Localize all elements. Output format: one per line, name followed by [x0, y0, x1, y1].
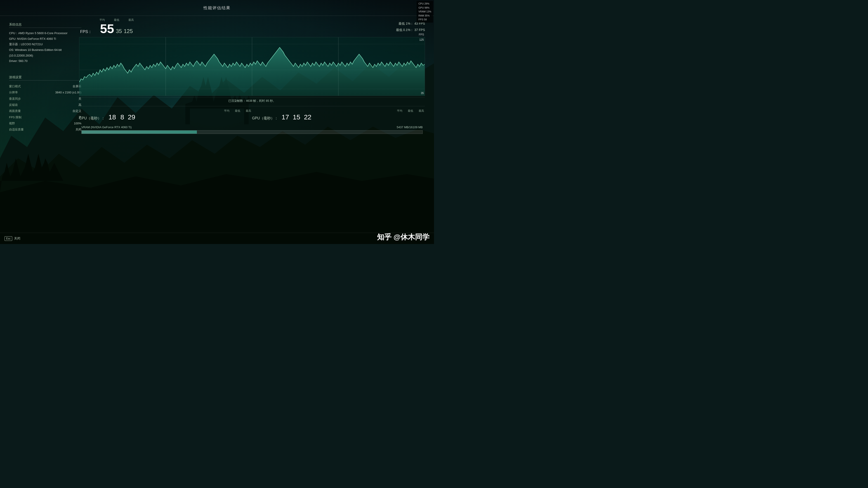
settings-label: 画面质量	[9, 108, 21, 114]
driver-info: Driver: 560.70	[9, 58, 81, 64]
settings-label: 垂直同步	[9, 96, 21, 102]
gpu-ms-label: GPU（毫秒）：	[252, 116, 278, 121]
hud-overlay: CPU 29% GPU 98% VRAM 13% RAM 35% FPS 58	[416, 1, 433, 23]
game-settings-title: 游戏设置	[9, 75, 81, 81]
vram-value: 5437 MB/16109 MB	[397, 125, 423, 129]
settings-row: 自适应质量 关闭	[9, 126, 81, 132]
hud-ram: RAM 35%	[418, 14, 430, 18]
settings-label: 视野	[9, 120, 15, 126]
os-info: OS: Windows 10 Business Edition 64-bit (…	[9, 47, 81, 58]
gpu-ms-max: 22	[304, 113, 311, 121]
fps-scale-bottom: 35	[421, 92, 424, 95]
settings-row: 垂直同步 关	[9, 96, 81, 102]
fps-max-col-header: 最高	[128, 18, 134, 22]
vram-bar-bg	[81, 130, 423, 134]
settings-row: 反锯齿 高	[9, 102, 81, 108]
settings-row: 分辨率 3840 x 2160 (x1.00)	[9, 89, 81, 95]
settings-label: 分辨率	[9, 89, 18, 95]
gpu-info: GPU: NVIDIA GeForce RTX 4060 Ti	[9, 36, 81, 42]
top-bar: 性能评估结果	[0, 0, 434, 16]
left-panel: 系统信息 CPU：AMD Ryzen 5 5600 6-Core Process…	[9, 16, 81, 133]
fps-p1-label: 最低 1%：	[399, 22, 413, 25]
right-panel: 平均 最低 最高 FPS： 55 35 125 最低 1%： 43 FPS	[79, 16, 430, 134]
system-info-section: 系统信息 CPU：AMD Ryzen 5 5600 6-Core Process…	[9, 23, 81, 64]
vram-bar-fill	[82, 130, 197, 134]
gpu-ms-avg: 17	[282, 113, 289, 121]
close-label: 关闭	[14, 237, 20, 241]
gpu-max-header: 最高	[418, 109, 424, 113]
gpu-avg-header: 平均	[397, 109, 402, 113]
hud-fps: FPS 58	[418, 18, 427, 22]
rendered-info: 已渲染帧数：4638 帧，耗时 85 秒。	[79, 97, 425, 104]
fps-max-value: 125	[124, 28, 133, 34]
settings-row: 窗口模式 全屏幕	[9, 83, 81, 89]
hud-vram: VRAM 13%	[418, 10, 431, 14]
settings-label: 反锯齿	[9, 102, 18, 108]
cpu-ms-label: CPU（毫秒）：	[79, 116, 105, 121]
fps-min-col-header: 最低	[114, 18, 119, 22]
fps-p01-value: 37 FPS	[414, 28, 425, 32]
page-title: 性能评估结果	[204, 5, 230, 11]
settings-label: 自适应质量	[9, 126, 24, 132]
fps-scale-top: 125	[419, 38, 424, 41]
fps-min-value: 35	[116, 28, 122, 34]
settings-row: 画面质量 自定义	[9, 108, 81, 114]
gpu-ms-min: 15	[293, 113, 300, 121]
fps-scale-label: FPS	[419, 33, 424, 36]
hud-cpu: CPU 29%	[418, 2, 429, 6]
settings-table: 窗口模式 全屏幕 分辨率 3840 x 2160 (x1.00) 垂直同步 关 …	[9, 83, 81, 132]
fps-avg-value: 55	[100, 22, 114, 35]
settings-row: FPS 限制 关	[9, 114, 81, 120]
close-button[interactable]: Esc 关闭	[4, 236, 20, 241]
cpu-avg-header: 平均	[224, 109, 229, 113]
esc-key: Esc	[4, 236, 12, 241]
settings-row: 视野 100%	[9, 120, 81, 126]
settings-label: FPS 限制	[9, 114, 22, 120]
cpu-ms-min: 8	[120, 113, 124, 121]
bottom-bar: Esc 关闭	[0, 233, 434, 244]
vram-label: VRAM (NVIDIA GeForce RTX 4060 Ti)	[81, 125, 131, 129]
system-info-title: 系统信息	[9, 23, 81, 28]
watermark: 知乎 @休木同学	[377, 232, 430, 242]
fps-label: FPS：	[80, 29, 98, 34]
hud-gpu: GPU 98%	[418, 6, 430, 10]
settings-value: 3840 x 2160 (x1.00)	[55, 89, 81, 95]
cpu-info: CPU：AMD Ryzen 5 5600 6-Core Processor	[9, 31, 81, 36]
cpu-ms-avg: 18	[108, 113, 116, 121]
fps-p01-label: 最低 0.1%：	[396, 28, 414, 32]
gpu-min-header: 最低	[408, 109, 413, 113]
display-info: 显示器：LECOO N2721U	[9, 41, 81, 47]
cpu-ms-max: 29	[128, 113, 135, 121]
cpu-min-header: 最低	[235, 109, 240, 113]
cpu-max-header: 最高	[246, 109, 251, 113]
vram-section: VRAM (NVIDIA GeForce RTX 4060 Ti) 5437 M…	[79, 125, 425, 134]
fps-chart: 125 35	[79, 37, 425, 96]
game-settings-section: 游戏设置 窗口模式 全屏幕 分辨率 3840 x 2160 (x1.00) 垂直…	[9, 75, 81, 132]
settings-label: 窗口模式	[9, 83, 21, 89]
